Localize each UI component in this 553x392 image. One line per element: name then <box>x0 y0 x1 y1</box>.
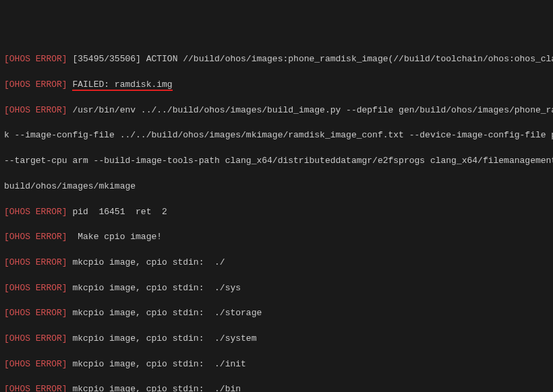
log-text: mkcpio image, cpio stdin: ./init <box>67 359 246 369</box>
tag-error: [OHOS ERROR] <box>4 308 67 318</box>
log-text: [35495/35506] ACTION //build/ohos/images… <box>67 54 553 64</box>
log-text: build/ohos/images/mkimage <box>4 181 136 191</box>
tag-error: [OHOS ERROR] <box>4 105 67 115</box>
tag-error: [OHOS ERROR] <box>4 79 67 90</box>
log-text: mkcpio image, cpio stdin: ./storage <box>67 308 262 318</box>
log-line: [OHOS ERROR] mkcpio image, cpio stdin: .… <box>4 333 549 346</box>
log-text: pid 16451 ret 2 <box>67 207 167 217</box>
tag-error: [OHOS ERROR] <box>4 359 67 369</box>
log-text: k --image-config-file ../../build/ohos/i… <box>4 130 553 140</box>
log-text: /usr/bin/env ../../build/ohos/images/bui… <box>67 105 553 115</box>
tag-error: [OHOS ERROR] <box>4 283 67 293</box>
tag-error: [OHOS ERROR] <box>4 384 67 392</box>
log-line: build/ohos/images/mkimage <box>4 181 549 193</box>
tag-error: [OHOS ERROR] <box>4 232 67 242</box>
log-line: [OHOS ERROR] FAILED: ramdisk.img <box>4 79 549 92</box>
tag-error: [OHOS ERROR] <box>4 207 67 217</box>
log-line: [OHOS ERROR] pid 16451 ret 2 <box>4 206 549 219</box>
log-line: [OHOS ERROR] mkcpio image, cpio stdin: .… <box>4 307 549 320</box>
log-text: mkcpio image, cpio stdin: ./system <box>67 333 257 344</box>
log-line: [OHOS ERROR] mkcpio image, cpio stdin: .… <box>4 383 549 392</box>
log-line: [OHOS ERROR] mkcpio image, cpio stdin: .… <box>4 282 549 295</box>
tag-error: [OHOS ERROR] <box>4 257 67 267</box>
log-text: --target-cpu arm --build-image-tools-pat… <box>4 156 553 166</box>
log-text: Make cpio image! <box>67 232 162 242</box>
log-text: mkcpio image, cpio stdin: ./sys <box>67 283 241 293</box>
failed-marker: FAILED: ramdisk.img <box>72 79 172 91</box>
log-line: k --image-config-file ../../build/ohos/i… <box>4 129 549 142</box>
log-text: mkcpio image, cpio stdin: ./bin <box>67 384 241 392</box>
log-line: [OHOS ERROR] [35495/35506] ACTION //buil… <box>4 53 549 66</box>
log-line: [OHOS ERROR] mkcpio image, cpio stdin: .… <box>4 358 549 371</box>
tag-error: [OHOS ERROR] <box>4 333 67 344</box>
log-line: [OHOS ERROR] Make cpio image! <box>4 231 549 244</box>
tag-error: [OHOS ERROR] <box>4 54 67 64</box>
log-line: [OHOS ERROR] mkcpio image, cpio stdin: .… <box>4 257 549 269</box>
log-text: mkcpio image, cpio stdin: ./ <box>67 257 225 267</box>
log-line: [OHOS ERROR] /usr/bin/env ../../build/oh… <box>4 104 549 117</box>
log-line: --target-cpu arm --build-image-tools-pat… <box>4 155 549 168</box>
